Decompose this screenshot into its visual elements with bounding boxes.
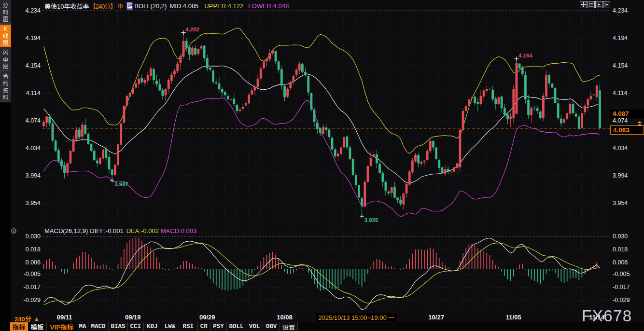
candle-body (257, 79, 259, 87)
candle-body (334, 150, 336, 156)
price-axis-label-right: 4.154 (613, 62, 628, 69)
candles (42, 33, 601, 216)
chart-area[interactable]: 美债10年收益率 【240分】 BOLL(20,2) MID:4.085 UPP… (11, 0, 644, 331)
circle-plus-icon[interactable] (118, 3, 123, 9)
toolbar-tab-VIP指标[interactable]: VIP指标 (47, 322, 77, 331)
candle-body (435, 148, 437, 159)
candle-body (325, 127, 327, 130)
candle-body (358, 185, 360, 198)
toolbar-tab-指标[interactable]: 指标 (10, 322, 28, 331)
candle-body (376, 154, 378, 164)
candle-body (349, 148, 351, 159)
toolbar-tab-OBV[interactable]: OBV (263, 322, 280, 331)
candle-body (474, 97, 476, 103)
kline-macd-plot (0, 0, 644, 331)
candle-body (173, 71, 176, 74)
candle-body (367, 166, 369, 182)
boll-label[interactable]: BOLL(20,2) (134, 2, 167, 10)
macd-name[interactable]: MACD(26,12,9) (44, 227, 88, 234)
candle-body (536, 108, 539, 111)
candle-body (158, 84, 161, 90)
candle-body (370, 158, 372, 166)
chart-legend: 美债10年收益率 【240分】 BOLL(20,2) MID:4.085 UPP… (44, 1, 289, 10)
candle-body (426, 151, 429, 160)
crosshair-date-label: 2025/10/13 15:00~19:00 一 (316, 313, 397, 321)
candle-body (176, 64, 179, 71)
toolbar-tab-模板[interactable]: 模板 (28, 322, 47, 331)
price-axis-label-right: 4.234 (613, 7, 628, 14)
macd-histogram (44, 237, 600, 290)
macd-diff-value: DIFF:-0.001 (90, 227, 123, 234)
candle-body (221, 89, 224, 92)
period-label[interactable]: 【240分】 (89, 1, 116, 11)
candle-body (494, 98, 497, 104)
toolbar-tab-CCI[interactable]: CCI (128, 322, 144, 331)
candle-body (450, 171, 452, 172)
fit-axis-icon[interactable] (588, 1, 595, 8)
toolbar-tab-PSY[interactable]: PSY (210, 322, 227, 331)
candle-body (99, 158, 101, 164)
toolbar-tab-KDJ[interactable]: KDJ (144, 322, 162, 331)
candle-body (263, 61, 265, 68)
candle-body (301, 64, 304, 72)
candle-body (153, 69, 155, 80)
date-label: 10/08 (277, 314, 293, 321)
candle-body (129, 93, 131, 97)
pan-icon[interactable] (580, 1, 587, 8)
candle-body (295, 70, 298, 75)
candle-body (468, 99, 470, 106)
macd-axis-label-left: 0.006 (11, 259, 41, 266)
symbol-title: 美债10年收益率 (44, 1, 89, 11)
indicator-chart-icon[interactable] (126, 2, 133, 10)
candle-body (155, 81, 158, 84)
candle-body (548, 75, 550, 83)
candle-body (117, 144, 119, 165)
boll-lower-value: LOWER:4.048 (248, 2, 289, 10)
toolbar-tab-设置[interactable]: 设置 (280, 322, 298, 331)
toolbar-tab-LW&[interactable]: LW& (161, 322, 179, 331)
candle-body (245, 103, 247, 106)
candle-body (114, 165, 116, 175)
price-axis-label-left: 4.074 (11, 117, 41, 124)
candle-body (518, 64, 521, 69)
candle-body (298, 64, 301, 70)
candle-body (200, 46, 203, 48)
candle-body (483, 90, 485, 97)
candle-body (596, 85, 598, 97)
candle-body (253, 87, 256, 90)
candle-body (191, 48, 194, 55)
candle-body (406, 184, 408, 193)
date-label: 09/11 (57, 314, 72, 321)
price-axis-label-left: 3.994 (11, 172, 41, 179)
toolbar-tab-VOL[interactable]: VOL (246, 322, 263, 331)
candle-body (42, 122, 45, 126)
candle-body (391, 187, 393, 193)
toolbar-tab-MA[interactable]: MA (77, 322, 88, 331)
candle-body (501, 97, 503, 108)
toolbar-tab-BOLL[interactable]: BOLL (227, 322, 246, 331)
candle-body (453, 167, 455, 172)
toolbar-tab-RSI[interactable]: RSI (179, 322, 198, 331)
candle-body (126, 96, 128, 106)
candle-body (504, 108, 506, 115)
crosshair-price-badge: 4.087 (610, 110, 644, 118)
candle-body (96, 161, 98, 164)
price-up-arrows-icon (637, 121, 642, 125)
toolbar-tab-BIAS[interactable]: BIAS (109, 322, 128, 331)
candle-body (542, 96, 545, 118)
candle-body (551, 83, 553, 88)
toolbar-left-stub (0, 322, 10, 331)
play-frame-icon[interactable] (595, 1, 602, 8)
shift-right-icon[interactable] (603, 1, 610, 8)
last-price-badge: 4.063 (610, 125, 644, 135)
candle-body (524, 75, 527, 99)
candle-body (162, 90, 164, 96)
candle-body (90, 144, 93, 151)
toolbar-tab-MACD[interactable]: MACD (88, 322, 109, 331)
price-axis-label-right: 3.954 (613, 200, 628, 207)
toolbar-tab-CR[interactable]: CR (198, 322, 211, 331)
candle-body (393, 187, 396, 198)
candle-body (147, 75, 149, 81)
candle-body (84, 125, 86, 134)
candle-body (587, 99, 589, 106)
